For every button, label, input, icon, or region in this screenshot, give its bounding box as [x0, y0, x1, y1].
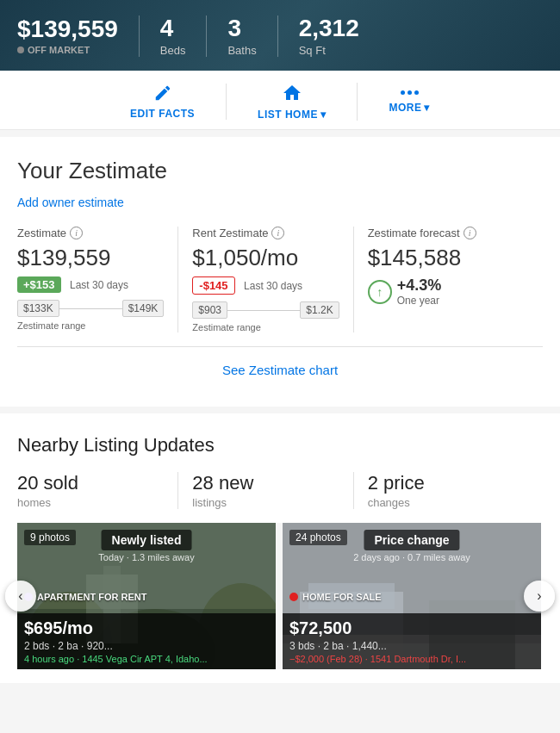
price-changes-stat: 2 price changes [368, 472, 543, 509]
more-dots-icon [401, 90, 419, 95]
rent-range-high: $1.2K [300, 301, 339, 319]
sqft-label: Sq Ft [299, 44, 359, 57]
zestimate-range-label: Zestimate range [17, 320, 164, 331]
forecast-badge-row: ↑ +4.3% One year [368, 276, 529, 307]
rent-range-label: Zestimate range [192, 322, 339, 332]
house-icon [282, 83, 302, 103]
card-gap [276, 523, 283, 669]
rent-col-label: Rent Zestimate i [192, 227, 339, 239]
price-stat: $139,559 OFF MARKET [17, 17, 139, 55]
up-arrow-circle: ↑ [368, 280, 392, 304]
new-label: listings [192, 496, 339, 509]
sqft-stat: 2,312 Sq Ft [299, 16, 380, 57]
card-2-photos-badge: 24 photos [289, 530, 347, 545]
range-divider [59, 308, 122, 309]
forecast-pct: +4.3% [397, 276, 442, 295]
zestimate-badge-row: +$153 Last 30 days [17, 276, 164, 293]
card-1-meta: 4 hours ago · 1445 Vega Cir APT 4, Idaho… [24, 654, 269, 664]
more-button[interactable]: MORE ▾ [358, 90, 461, 114]
card-1-price: $695/mo [24, 618, 269, 638]
listing-card-2[interactable]: 24 photos Price change 2 days ago · 0.7 … [283, 523, 541, 669]
list-home-button[interactable]: LIST HOME ▾ [227, 83, 358, 121]
baths-label: Baths [227, 44, 256, 57]
sold-label: homes [17, 496, 164, 509]
forecast-period: One year [397, 295, 442, 307]
see-chart-bar: See Zestimate chart [17, 346, 543, 393]
card-2-price: $72,500 [289, 618, 534, 638]
zestimate-section: Your Zestimate Add owner estimate Zestim… [0, 137, 560, 407]
new-stat: 28 new listings [192, 472, 353, 509]
card-2-meta: −$2,000 (Feb 28) · 1541 Dartmouth Dr, I.… [289, 654, 534, 664]
stat-divider-1 [139, 16, 140, 57]
rent-range-bar: $903 $1.2K [192, 301, 339, 319]
card-2-tag-sub: 2 days ago · 0.7 miles away [353, 552, 470, 562]
edit-icon [153, 84, 172, 102]
next-arrow[interactable]: › [524, 581, 555, 612]
card-1-type-label: APARTMENT FOR RENT [37, 592, 147, 602]
zestimate-range-high: $149K [122, 300, 165, 317]
card-2-details: 3 bds · 2 ba · 1,440... [289, 640, 534, 652]
nearby-title: Nearby Listing Updates [17, 434, 543, 457]
stats-bar: $139,559 OFF MARKET 4 Beds 3 Baths 2,312… [0, 0, 560, 71]
price-count: 2 price [368, 472, 529, 494]
see-zestimate-chart-link[interactable]: See Zestimate chart [222, 363, 338, 377]
nearby-stats: 20 sold homes 28 new listings 2 price ch… [17, 472, 543, 509]
card-1-photos-badge: 9 photos [24, 530, 76, 545]
prev-arrow[interactable]: ‹ [5, 581, 36, 612]
card-2-type-dot [289, 593, 298, 601]
beds-stat: 4 Beds [160, 16, 207, 57]
card-2-info: $72,500 3 bds · 2 ba · 1,440... −$2,000 … [283, 613, 541, 669]
zestimate-change-badge: +$153 [17, 276, 61, 293]
sqft-count: 2,312 [299, 16, 359, 40]
nearby-section: Nearby Listing Updates 20 sold homes 28 … [0, 413, 560, 683]
baths-stat: 3 Baths [227, 16, 277, 57]
zestimate-range-bar: $133K $149K [17, 300, 164, 317]
beds-label: Beds [160, 44, 186, 57]
forecast-col-label: Zestimate forecast i [368, 227, 529, 239]
zestimate-value: $139,559 [17, 245, 164, 271]
forecast-pct-group: +4.3% One year [397, 276, 442, 307]
zestimate-days: Last 30 days [70, 279, 128, 291]
stat-divider-2 [206, 16, 207, 57]
off-market-dot [17, 47, 24, 53]
rent-days: Last 30 days [244, 280, 302, 292]
cards-container: ‹ 9 photos Newly listed [17, 523, 543, 669]
forecast-col: Zestimate forecast i $145,588 ↑ +4.3% On… [368, 227, 543, 332]
list-home-label: LIST HOME ▾ [258, 109, 326, 121]
sold-count: 20 sold [17, 472, 164, 494]
rent-info-icon[interactable]: i [271, 227, 284, 239]
rent-range-low: $903 [192, 301, 227, 319]
price-label: changes [368, 496, 529, 509]
stat-divider-3 [277, 16, 278, 57]
card-2-tag: Price change [364, 530, 459, 550]
zestimate-info-icon[interactable]: i [70, 227, 83, 239]
more-label: MORE ▾ [389, 102, 430, 114]
forecast-value: $145,588 [368, 245, 529, 271]
zestimate-grid: Zestimate i $139,559 +$153 Last 30 days … [17, 227, 543, 332]
cards-row: 9 photos Newly listed Today · 1.3 miles … [17, 523, 543, 669]
edit-facts-label: EDIT FACTS [130, 108, 195, 120]
card-1-details: 2 bds · 2 ba · 920... [24, 640, 269, 652]
zestimate-col-label: Zestimate i [17, 227, 164, 239]
beds-count: 4 [160, 16, 186, 40]
listing-card-1[interactable]: 9 photos Newly listed Today · 1.3 miles … [17, 523, 276, 669]
new-count: 28 new [192, 472, 339, 494]
card-2-type-badge: HOME FOR SALE [289, 592, 382, 602]
forecast-info-icon[interactable]: i [464, 227, 476, 239]
card-1-type-badge: APARTMENT FOR RENT [24, 592, 147, 602]
rent-value: $1,050/mo [192, 245, 339, 271]
zestimate-title: Your Zestimate [17, 158, 543, 184]
rent-range-divider [227, 310, 300, 311]
baths-count: 3 [227, 16, 256, 40]
edit-facts-button[interactable]: EDIT FACTS [99, 84, 227, 120]
up-arrow-icon: ↑ [376, 286, 383, 298]
zestimate-range-low: $133K [17, 300, 59, 317]
rent-zestimate-col: Rent Zestimate i $1,050/mo -$145 Last 30… [192, 227, 353, 332]
property-price: $139,559 [17, 17, 118, 41]
card-1-info: $695/mo 2 bds · 2 ba · 920... 4 hours ag… [17, 613, 276, 669]
market-status: OFF MARKET [17, 45, 118, 55]
action-bar: EDIT FACTS LIST HOME ▾ MORE ▾ [0, 71, 560, 130]
card-1-tag: Newly listed [102, 530, 192, 550]
card-1-tag-sub: Today · 1.3 miles away [98, 552, 194, 562]
add-owner-link[interactable]: Add owner estimate [17, 196, 124, 209]
